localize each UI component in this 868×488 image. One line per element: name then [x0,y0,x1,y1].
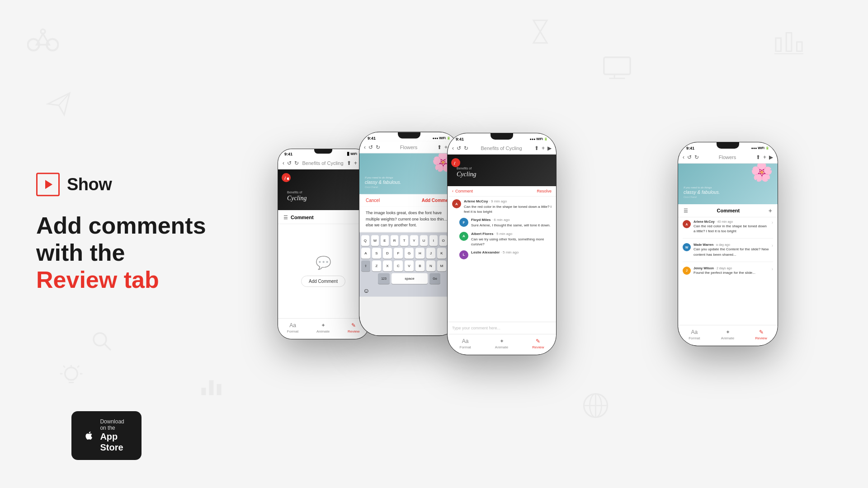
key-shift[interactable]: ⇧ [361,260,370,271]
key-q[interactable]: Q [361,235,369,246]
phone1-comments: ☰ Comment + 💬 Add Comment [278,210,368,318]
key-e[interactable]: E [381,235,389,246]
key-s[interactable]: S [372,248,381,258]
emoji-key[interactable]: ☺ [363,286,369,294]
panel-comment-1: A Arlene McCoy · 40 min ago Can the red … [683,220,773,234]
cycling-name-1: Cycling [287,195,307,202]
headline: Add comments with the Review tab [36,212,231,293]
key-n[interactable]: N [426,260,435,271]
phone1-doc-title: Benefits of Cycling [299,160,347,166]
app-store-button[interactable]: Download on the App Store [71,411,142,460]
phone2-comment-input[interactable]: The image looks great, does the font hav… [359,206,459,233]
key-c[interactable]: C [394,260,403,271]
phone3-reply-1: F Floyd Miles · 6 min ago Sure Arlene, I… [459,218,552,228]
phone3-tab-review[interactable]: ✎Review [532,338,544,349]
key-go[interactable]: Go [429,273,440,284]
key-u[interactable]: U [420,235,428,246]
phone4-panel-header: ☰ Comment + [678,204,778,217]
phone3-comment-back[interactable]: Comment [455,189,473,193]
left-content: Show Add comments with the Review tab [36,173,231,315]
phone4-toolbar: ‹↺↻ Flowers ⬆+▶ [678,151,778,164]
phone1-add-comment-btn[interactable]: Add Comment [301,276,345,287]
cycling-title-1: Benefits of [287,191,307,194]
phone4-tab-animate[interactable]: ✦Animate [721,329,734,340]
panel-arrow-1[interactable]: › [772,220,773,225]
svg-rect-5 [202,388,206,395]
play-icon [42,178,54,191]
key-r[interactable]: R [391,235,399,246]
brand-name: Show [67,175,112,194]
key-m[interactable]: M [437,260,446,271]
key-o[interactable]: O [439,235,448,246]
svg-rect-6 [209,380,214,395]
key-i[interactable]: I [429,235,438,246]
phone1-tab-animate[interactable]: ✦Animate [316,322,330,333]
phone4-tab-review[interactable]: ✎Review [755,329,767,340]
key-w[interactable]: W [371,235,379,246]
panel-comment-3: J Jenny Wilson · 2 days ago Found the pe… [683,267,773,275]
key-123[interactable]: 123 [378,273,390,284]
app-store-text: Download on the App Store [100,418,129,453]
type-comment-placeholder: Type your comment here... [452,326,500,330]
headline-text: Add comments with the [36,212,206,266]
phone2-time: 9:41 [368,136,376,141]
svg-marker-14 [45,180,52,189]
svg-point-4 [94,333,106,346]
phone2-action-bar: Cancel Add Comment [359,194,459,206]
empty-comment-icon: 💬 [316,255,331,270]
key-k[interactable]: K [437,248,446,258]
phone3-tab-bar: AaFormat ✦Animate ✎Review [448,334,556,355]
comment-text-1: Can the red color in the shape be toned … [464,204,552,214]
key-z[interactable]: Z [372,260,381,271]
phone2-cancel[interactable]: Cancel [366,198,380,203]
panel-arrow-3[interactable]: › [772,267,773,272]
phone4-panel-comments: A Arlene McCoy · 40 min ago Can the red … [678,217,778,325]
phone3-resolve[interactable]: Resolve [537,189,552,193]
phone2-slide: 🌸 If you need to do things classy & fabu… [359,154,459,194]
phone3-tab-animate[interactable]: ✦Animate [495,338,508,349]
cycling-badge-1 [282,173,291,182]
key-space[interactable]: space [392,273,428,284]
phone4-time: 9:41 [686,146,694,150]
app-store-sub: Download on the [100,418,129,431]
panel-avatar-1: A [683,220,691,228]
phone4-tab-bar: AaFormat ✦Animate ✎Review [678,325,778,346]
key-j[interactable]: J [426,248,435,258]
avatar-arlene-1: A [452,199,461,208]
phone3-doc-title: Benefits of Cycling [468,145,534,151]
phone4-tab-format[interactable]: AaFormat [689,329,700,340]
key-d[interactable]: D [383,248,392,258]
apple-icon [84,428,94,443]
key-h[interactable]: H [415,248,425,258]
phone1-toolbar: ‹↺↻ Benefits of Cycling ⬆+▶ [278,157,368,169]
phone2-doc-title: Flowers [380,145,437,150]
key-a[interactable]: A [361,248,370,258]
phone1-time: 9:41 [284,152,292,156]
flower-emoji-4: 🌸 [750,164,773,183]
key-f[interactable]: F [394,248,403,258]
phone3-time: 9:41 [456,137,464,141]
phone4-add-btn[interactable]: + [769,207,772,214]
phone1-tab-review[interactable]: ✎Review [348,322,359,333]
phone-2: 9:41 ●●●WiFi🔋 ‹↺↻ Flowers ⬆+▶ 🌸 If you n… [359,132,459,336]
phone3-type-input[interactable]: Type your comment here... [448,322,556,334]
phone-4: 9:41 ●●●WiFi🔋 ‹↺↻ Flowers ⬆+▶ 🌸 If you n… [678,142,778,346]
key-y[interactable]: Y [410,235,418,246]
app-store-main: App Store [100,431,129,453]
phone4-slide: 🌸 If you need to do things classy & fabu… [678,164,778,204]
phone3-reply-3: L Leslie Alexander · 5 min ago [459,250,552,259]
phone1-tab-format[interactable]: AaFormat [287,322,298,333]
key-x[interactable]: X [383,260,392,271]
key-g[interactable]: G [405,248,414,258]
key-b[interactable]: B [415,260,425,271]
key-v[interactable]: V [405,260,414,271]
phone4-slide-text: If you need to do things classy & fabulo… [684,186,720,199]
phones-area: 9:41 ▊WiFi🔋 ‹↺↻ Benefits of Cycling ⬆+▶ [226,0,868,488]
logo-icon [36,173,60,196]
panel-arrow-2[interactable]: › [772,243,773,248]
phone3-tab-format[interactable]: AaFormat [460,338,471,349]
panel-avatar-2: W [683,243,691,251]
key-t[interactable]: T [400,235,408,246]
phone3-toolbar: ‹↺↻ Benefits of Cycling ⬆+▶ [448,142,556,155]
phone3-reply-2: A Albert Flores · 5 min ago Can we try u… [459,232,552,247]
